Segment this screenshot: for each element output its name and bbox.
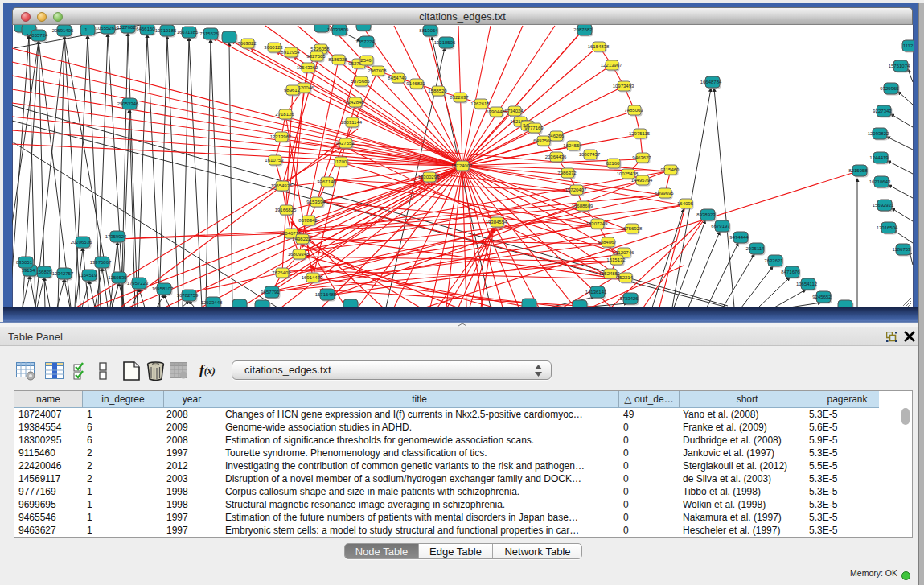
- svg-text:10688609: 10688609: [572, 204, 593, 208]
- svg-text:1733426: 1733426: [619, 296, 639, 301]
- svg-text:6734024: 6734024: [504, 109, 524, 113]
- svg-text:9115460: 9115460: [661, 167, 680, 172]
- svg-text:29053346: 29053346: [117, 101, 139, 106]
- svg-text:15692921: 15692921: [873, 203, 894, 208]
- svg-text:17016504: 17016504: [877, 225, 898, 230]
- svg-text:1527602: 1527602: [117, 25, 136, 30]
- svg-text:10654112: 10654112: [796, 282, 818, 286]
- svg-text:3267140: 3267140: [317, 179, 336, 184]
- svg-text:19384554: 19384554: [486, 220, 507, 225]
- svg-text:12342757: 12342757: [52, 271, 74, 276]
- svg-text:20691406: 20691406: [52, 28, 74, 33]
- svg-text:17359924: 17359924: [105, 234, 127, 239]
- svg-text:1498222: 1498222: [292, 237, 311, 241]
- svg-text:252214: 252214: [617, 275, 634, 280]
- svg-text:39154: 39154: [22, 268, 35, 273]
- svg-text:14495794: 14495794: [631, 178, 653, 183]
- svg-text:1244419: 1244419: [869, 155, 889, 160]
- svg-text:8912954: 8912954: [281, 50, 300, 55]
- svg-text:14055724: 14055724: [27, 33, 48, 38]
- svg-text:15751074: 15751074: [889, 64, 910, 68]
- svg-text:9657791: 9657791: [261, 290, 280, 295]
- svg-text:19218506: 19218506: [434, 40, 456, 45]
- svg-text:1186753: 1186753: [893, 247, 912, 252]
- svg-text:7485063: 7485063: [624, 108, 643, 113]
- svg-text:1362615: 1362615: [470, 101, 490, 106]
- svg-text:6990448: 6990448: [486, 109, 505, 114]
- svg-text:18307249: 18307249: [586, 221, 608, 226]
- svg-text:2967608: 2967608: [368, 68, 387, 73]
- svg-text:7986372: 7986372: [557, 171, 577, 175]
- svg-text:12093822: 12093822: [868, 131, 889, 136]
- svg-text:20206536: 20206536: [71, 240, 92, 245]
- svg-text:1615132: 1615132: [606, 257, 626, 262]
- svg-text:1624554: 1624554: [563, 143, 582, 148]
- svg-text:9777169: 9777169: [524, 126, 544, 130]
- svg-text:15720407: 15720407: [565, 187, 587, 192]
- svg-text:12213962: 12213962: [270, 134, 292, 139]
- svg-text:12213967: 12213967: [601, 63, 622, 68]
- svg-text:1164519: 1164519: [79, 273, 98, 278]
- svg-text:9153594: 9153594: [306, 200, 326, 204]
- svg-text:17957223: 17957223: [127, 281, 149, 286]
- svg-text:10120746: 10120746: [613, 250, 634, 255]
- svg-text:16210643: 16210643: [869, 179, 891, 184]
- svg-text:16154838: 16154838: [588, 44, 610, 49]
- svg-text:12975115: 12975115: [629, 131, 651, 136]
- svg-text:12923448: 12923448: [201, 300, 223, 305]
- svg-text:16782759: 16782759: [177, 293, 199, 298]
- svg-text:2718126: 2718126: [275, 112, 294, 117]
- svg-text:10543362: 10543362: [297, 65, 318, 70]
- svg-text:1112: 1112: [903, 43, 914, 48]
- svg-text:5226058: 5226058: [310, 47, 330, 51]
- svg-text:2935114: 2935114: [746, 246, 766, 251]
- svg-text:10025438: 10025438: [617, 171, 639, 176]
- svg-text:6679197: 6679197: [711, 224, 730, 229]
- svg-text:15716485: 15716485: [315, 292, 337, 297]
- svg-text:28031144: 28031144: [341, 120, 363, 125]
- svg-text:7515526: 7515526: [199, 31, 219, 36]
- svg-text:9427552: 9427552: [335, 141, 355, 146]
- svg-text:16809348: 16809348: [288, 252, 310, 257]
- svg-text:746266: 746266: [548, 134, 565, 138]
- svg-text:9384067: 9384067: [598, 240, 617, 245]
- svg-text:9327505: 9327505: [306, 54, 326, 59]
- svg-text:1250535: 1250535: [108, 275, 127, 280]
- svg-text:835051: 835051: [16, 260, 33, 265]
- svg-text:9474444: 9474444: [729, 235, 749, 240]
- svg-text:14136141: 14136141: [585, 290, 607, 295]
- svg-text:13975867: 13975867: [90, 260, 112, 265]
- svg-text:18724007: 18724007: [451, 163, 473, 168]
- svg-text:19654925: 19654925: [271, 183, 293, 188]
- svg-text:8813054: 8813054: [419, 28, 438, 33]
- svg-text:10807457: 10807457: [579, 152, 601, 157]
- svg-text:16671385: 16671385: [177, 30, 199, 35]
- svg-text:2546: 2546: [360, 58, 372, 63]
- svg-text:16914479: 16914479: [302, 275, 323, 280]
- svg-text:9329965: 9329965: [880, 86, 899, 91]
- svg-text:10973493: 10973493: [613, 84, 634, 89]
- svg-text:62160: 62160: [606, 161, 620, 166]
- svg-text:16958107: 16958107: [152, 286, 174, 291]
- svg-text:16648784: 16648784: [700, 80, 722, 84]
- svg-text:11700: 11700: [334, 159, 347, 164]
- svg-text:2087682: 2087682: [573, 27, 593, 32]
- svg-text:16756928: 16756928: [621, 226, 643, 231]
- svg-text:7632621: 7632621: [764, 258, 783, 263]
- svg-text:9146821: 9146821: [406, 81, 425, 86]
- svg-text:8454749: 8454749: [388, 76, 407, 80]
- svg-text:20364436: 20364436: [545, 154, 567, 159]
- svg-text:989612: 989612: [284, 88, 301, 93]
- svg-text:6466160: 6466160: [136, 27, 155, 31]
- svg-text:9242848: 9242848: [345, 100, 364, 105]
- svg-text:6899695: 6899695: [655, 191, 674, 196]
- svg-text:8471676: 8471676: [781, 270, 800, 274]
- svg-text:164095: 164095: [677, 201, 694, 206]
- svg-text:7857224: 7857224: [355, 39, 375, 44]
- svg-text:8322037: 8322037: [450, 95, 469, 100]
- svg-text:8186328: 8186328: [328, 57, 347, 62]
- svg-text:7663822: 7663822: [237, 41, 257, 46]
- svg-text:1610753: 1610753: [265, 158, 284, 163]
- svg-text:16033809: 16033809: [327, 27, 349, 32]
- svg-text:9463627: 9463627: [632, 155, 651, 160]
